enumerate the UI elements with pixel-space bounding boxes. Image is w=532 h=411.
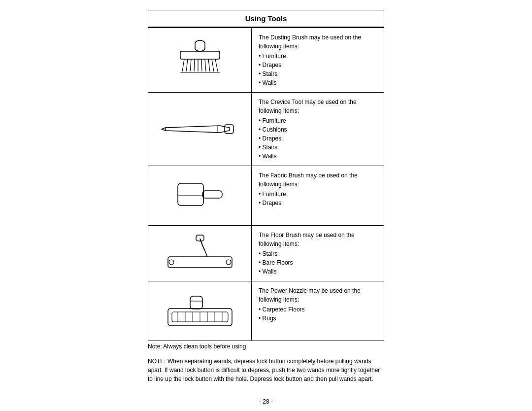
tool-desc-dusting-brush: The Dusting Brush may be used on the fol… xyxy=(252,28,384,92)
tool-image-dusting-brush xyxy=(148,28,252,92)
svg-line-2 xyxy=(182,59,184,71)
bottom-note: NOTE: When separating wands, depress loc… xyxy=(148,357,384,383)
svg-line-8 xyxy=(205,59,206,71)
tools-table: The Dusting Brush may be used on the fol… xyxy=(148,27,384,341)
svg-line-9 xyxy=(208,59,210,71)
tool-image-floor-brush xyxy=(148,226,252,281)
tool-image-power-nozzle xyxy=(148,281,252,341)
svg-line-3 xyxy=(186,59,188,71)
tool-desc-floor-brush: The Floor Brush may be used on the follo… xyxy=(252,226,384,281)
page-number: - 28 - xyxy=(20,398,512,405)
svg-line-5 xyxy=(194,59,195,71)
svg-rect-13 xyxy=(225,125,233,134)
svg-rect-20 xyxy=(168,257,232,268)
svg-line-4 xyxy=(190,59,191,71)
tool-desc-fabric-brush: The Fabric Brush may be used on the foll… xyxy=(252,166,384,225)
svg-rect-16 xyxy=(178,183,203,206)
svg-rect-19 xyxy=(196,235,204,241)
tool-desc-crevice-tool: The Crevice Tool may be used on the foll… xyxy=(252,93,384,166)
svg-rect-24 xyxy=(190,296,202,309)
tool-image-fabric-brush xyxy=(148,166,252,225)
note-tools: Note: Always clean tools before using xyxy=(148,343,384,350)
tool-image-crevice-tool xyxy=(148,93,252,166)
svg-rect-1 xyxy=(180,51,220,59)
svg-point-21 xyxy=(169,260,174,265)
svg-rect-15 xyxy=(202,191,222,198)
tool-row-crevice-tool: The Crevice Tool may be used on the foll… xyxy=(148,92,384,166)
page-title: Using Tools xyxy=(148,10,384,27)
tool-row-fabric-brush: The Fabric Brush may be used on the foll… xyxy=(148,166,384,225)
svg-line-11 xyxy=(215,59,218,71)
svg-point-22 xyxy=(226,260,231,265)
tool-row-floor-brush: The Floor Brush may be used on the follo… xyxy=(148,225,384,281)
tool-row-dusting-brush: The Dusting Brush may be used on the fol… xyxy=(148,28,384,92)
svg-rect-0 xyxy=(195,40,205,51)
tool-desc-power-nozzle: The Power Nozzle may be used on the foll… xyxy=(252,281,384,341)
tool-row-power-nozzle: The Power Nozzle may be used on the foll… xyxy=(148,281,384,341)
svg-line-10 xyxy=(212,59,214,71)
svg-line-7 xyxy=(201,59,202,71)
